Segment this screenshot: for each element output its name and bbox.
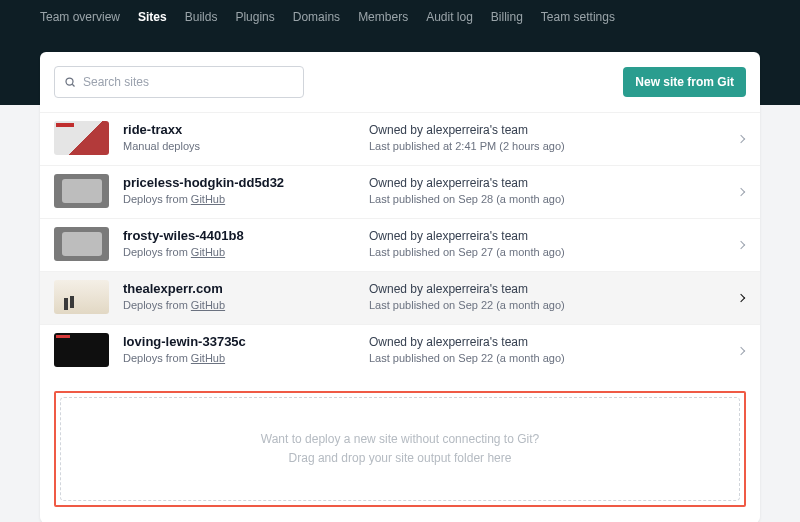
site-published: Last published on Sep 28 (a month ago) [369,192,746,207]
site-published: Last published on Sep 27 (a month ago) [369,245,746,260]
site-subtitle: Deploys from GitHub [123,192,369,207]
site-thumbnail [54,121,109,155]
site-name: thealexperr.com [123,281,369,298]
site-main: priceless-hodgkin-dd5d32 Deploys from Gi… [109,175,369,207]
nav-team-settings[interactable]: Team settings [541,10,615,30]
site-row[interactable]: priceless-hodgkin-dd5d32 Deploys from Gi… [40,165,760,218]
site-row[interactable]: loving-lewin-33735c Deploys from GitHub … [40,324,760,377]
site-meta: Owned by alexperreira's team Last publis… [369,122,746,154]
site-subtitle: Deploys from GitHub [123,245,369,260]
svg-point-0 [66,78,73,85]
site-row[interactable]: ride-traxx Manual deploys Owned by alexp… [40,112,760,165]
site-name: loving-lewin-33735c [123,334,369,351]
site-owner: Owned by alexperreira's team [369,175,746,192]
site-subtitle: Manual deploys [123,139,369,154]
site-owner: Owned by alexperreira's team [369,281,746,298]
site-published: Last published on Sep 22 (a month ago) [369,298,746,313]
nav-items: Team overview Sites Builds Plugins Domai… [40,10,780,30]
site-main: ride-traxx Manual deploys [109,122,369,154]
github-link[interactable]: GitHub [191,352,225,364]
site-meta: Owned by alexperreira's team Last publis… [369,334,746,366]
github-link[interactable]: GitHub [191,193,225,205]
site-meta: Owned by alexperreira's team Last publis… [369,228,746,260]
search-icon [64,76,76,88]
site-owner: Owned by alexperreira's team [369,334,746,351]
site-thumbnail [54,227,109,261]
site-name: priceless-hodgkin-dd5d32 [123,175,369,192]
github-link[interactable]: GitHub [191,246,225,258]
nav-members[interactable]: Members [358,10,408,30]
nav-plugins[interactable]: Plugins [235,10,274,30]
panel-header: New site from Git [40,52,760,112]
search-wrap [54,66,304,98]
nav-sites[interactable]: Sites [138,10,167,30]
github-link[interactable]: GitHub [191,299,225,311]
svg-line-1 [72,84,74,86]
site-owner: Owned by alexperreira's team [369,228,746,245]
dropzone[interactable]: Want to deploy a new site without connec… [60,397,740,501]
search-input[interactable] [54,66,304,98]
site-thumbnail [54,174,109,208]
nav-billing[interactable]: Billing [491,10,523,30]
site-main: loving-lewin-33735c Deploys from GitHub [109,334,369,366]
new-site-button[interactable]: New site from Git [623,67,746,97]
nav-domains[interactable]: Domains [293,10,340,30]
sites-panel: New site from Git ride-traxx Manual depl… [40,52,760,522]
site-meta: Owned by alexperreira's team Last publis… [369,175,746,207]
site-name: ride-traxx [123,122,369,139]
nav-builds[interactable]: Builds [185,10,218,30]
site-main: thealexperr.com Deploys from GitHub [109,281,369,313]
site-row[interactable]: frosty-wiles-4401b8 Deploys from GitHub … [40,218,760,271]
site-name: frosty-wiles-4401b8 [123,228,369,245]
site-subtitle: Deploys from GitHub [123,298,369,313]
nav-audit-log[interactable]: Audit log [426,10,473,30]
dropzone-line1: Want to deploy a new site without connec… [71,430,729,449]
site-published: Last published on Sep 22 (a month ago) [369,351,746,366]
site-list: ride-traxx Manual deploys Owned by alexp… [40,112,760,377]
site-thumbnail [54,280,109,314]
site-row[interactable]: thealexperr.com Deploys from GitHub Owne… [40,271,760,324]
site-subtitle: Deploys from GitHub [123,351,369,366]
site-thumbnail [54,333,109,367]
site-main: frosty-wiles-4401b8 Deploys from GitHub [109,228,369,260]
site-meta: Owned by alexperreira's team Last publis… [369,281,746,313]
dropzone-highlight: Want to deploy a new site without connec… [54,391,746,507]
site-published: Last published at 2:41 PM (2 hours ago) [369,139,746,154]
site-owner: Owned by alexperreira's team [369,122,746,139]
nav-team-overview[interactable]: Team overview [40,10,120,30]
dropzone-line2: Drag and drop your site output folder he… [71,449,729,468]
